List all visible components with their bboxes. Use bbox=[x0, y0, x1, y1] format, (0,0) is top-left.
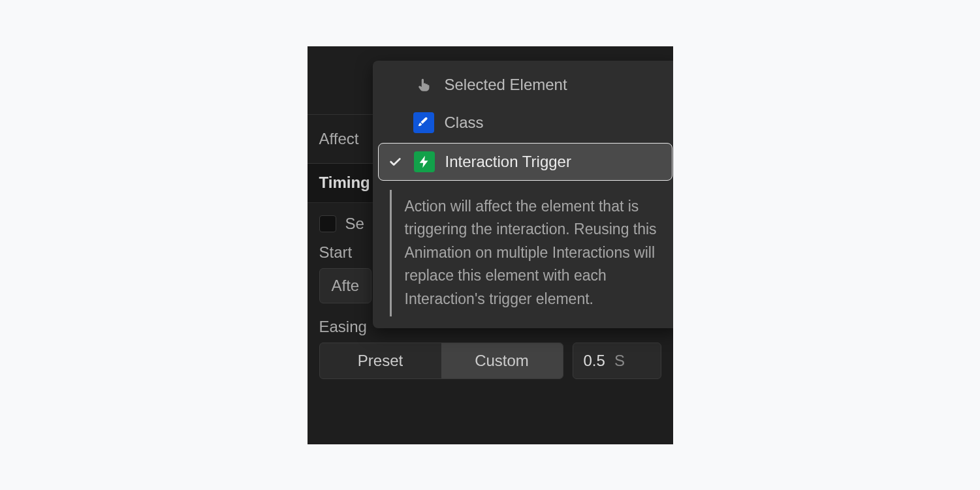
brush-icon bbox=[413, 112, 434, 133]
hand-pointer-icon bbox=[413, 74, 434, 95]
easing-tabs: Preset Custom bbox=[319, 343, 563, 379]
duration-unit: S bbox=[614, 352, 625, 370]
affect-option-description: Action will affect the element that is t… bbox=[390, 190, 666, 316]
duration-input[interactable]: 0.5 S bbox=[573, 343, 661, 379]
easing-tab-custom[interactable]: Custom bbox=[441, 343, 563, 378]
affect-dropdown: Selected Element Class Interac bbox=[373, 61, 673, 328]
affect-option-label: Interaction Trigger bbox=[445, 153, 571, 171]
easing-tab-preset-label: Preset bbox=[358, 352, 403, 370]
easing-tab-preset[interactable]: Preset bbox=[320, 343, 441, 378]
affect-option-selected-element[interactable]: Selected Element bbox=[373, 66, 673, 104]
bolt-icon bbox=[414, 151, 435, 172]
initial-state-checkbox[interactable] bbox=[319, 215, 336, 232]
easing-tab-custom-label: Custom bbox=[475, 352, 529, 370]
start-select-value: Afte bbox=[332, 277, 360, 295]
interactions-panel: Affect Timing Se Start Afte Easing Prese… bbox=[308, 46, 673, 444]
affect-option-label: Selected Element bbox=[445, 76, 567, 94]
affect-label: Affect bbox=[319, 130, 359, 148]
duration-value: 0.5 bbox=[584, 352, 605, 370]
affect-option-interaction-trigger[interactable]: Interaction Trigger bbox=[378, 143, 672, 181]
affect-option-label: Class bbox=[445, 114, 484, 132]
easing-row: Preset Custom 0.5 S bbox=[319, 343, 661, 379]
check-icon bbox=[387, 155, 403, 169]
start-select[interactable]: Afte bbox=[319, 268, 372, 303]
affect-option-class[interactable]: Class bbox=[373, 104, 673, 142]
initial-state-label: Se bbox=[345, 215, 364, 233]
timing-header-label: Timing bbox=[319, 174, 370, 192]
